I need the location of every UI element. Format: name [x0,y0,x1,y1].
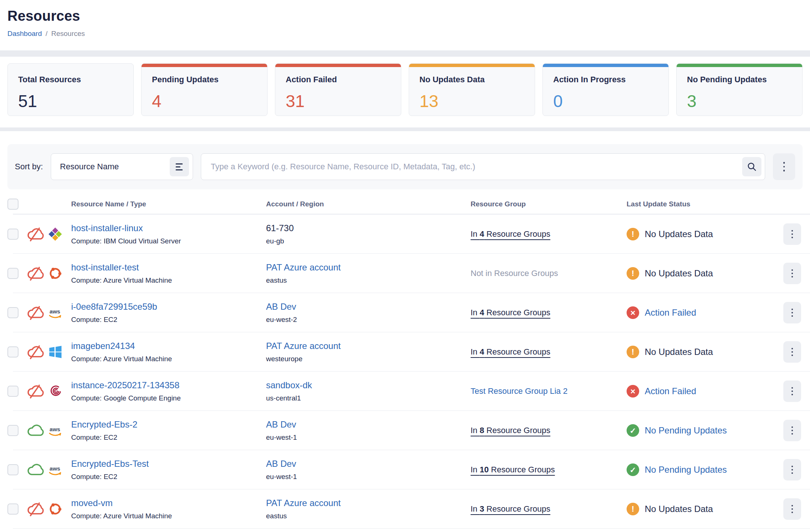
account-link[interactable]: PAT Azure account [266,262,471,273]
account-region-cell: PAT Azure account eastus [266,498,471,520]
resource-name-cell: i-0ee8fa729915ce59b Compute: EC2 [71,302,266,324]
resource-groups-link[interactable]: In 10 Resource Groups [471,465,555,474]
breadcrumb: Dashboard / Resources [7,30,803,38]
select-all-checkbox[interactable] [7,199,19,210]
resource-groups-link[interactable]: In 4 Resource Groups [471,229,550,239]
warning-icon [627,346,639,358]
stat-card-label: Total Resources [18,75,133,84]
table-row: aws Encrypted-Ebs-2 Comput [7,411,803,450]
table-row: aws host-installer-test Co [7,254,803,293]
account-region-cell: AB Dev eu-west-1 [266,459,471,481]
row-checkbox[interactable] [7,268,19,279]
row-kebab-menu-icon[interactable] [783,380,801,402]
search-field-wrap [201,153,765,180]
status-label[interactable]: Action Failed [645,386,696,396]
stat-card-value: 3 [687,91,802,111]
row-checkbox[interactable] [7,229,19,240]
row-checkbox[interactable] [7,307,19,318]
row-checkbox[interactable] [7,346,19,358]
row-kebab-menu-icon[interactable] [783,498,801,520]
status-label[interactable]: No Pending Updates [645,425,727,436]
status-label[interactable]: No Pending Updates [645,465,727,475]
cloud-connected-icon [25,462,47,478]
row-kebab-menu-icon[interactable] [783,420,801,441]
table-row: aws i-0ee8fa729915ce59b Co [7,293,803,332]
sort-select[interactable]: Resource Name [51,153,193,180]
table-row: aws Encrypted-Ebs-Test Com [7,450,803,489]
resource-group-cell: Test Resource Group Lia 2 [471,386,627,396]
stat-card[interactable]: Action Failed 31 [275,63,401,116]
row-kebab-menu-icon[interactable] [783,263,801,284]
row-kebab-menu-icon[interactable] [783,341,801,363]
row-kebab-menu-icon[interactable] [783,459,801,481]
account-link[interactable]: PAT Azure account [266,341,471,351]
resource-group-text[interactable]: Test Resource Group Lia 2 [471,386,568,396]
stat-card[interactable]: No Pending Updates 3 [676,63,803,116]
resource-name-cell: instance-20250217-134358 Compute: Google… [71,380,266,402]
resource-name-link[interactable]: Encrypted-Ebs-Test [71,459,266,469]
stat-card[interactable]: Action In Progress 0 [542,63,669,116]
last-update-status-cell: No Pending Updates [627,424,771,437]
row-checkbox[interactable] [7,503,19,515]
sort-lines-icon[interactable] [170,157,189,176]
resource-groups-link[interactable]: In 8 Resource Groups [471,426,550,435]
account-region-cell: 61-730 eu-gb [266,223,471,245]
resource-name-link[interactable]: i-0ee8fa729915ce59b [71,302,266,312]
stat-card[interactable]: Pending Updates 4 [141,63,268,116]
row-kebab-menu-icon[interactable] [783,302,801,323]
row-actions-cell [771,223,803,245]
resource-type: Compute: Azure Virtual Machine [71,276,266,285]
breadcrumb-dashboard-link[interactable]: Dashboard [7,30,42,38]
search-input[interactable] [201,153,765,180]
resource-group-text: Not in Resource Groups [471,269,558,278]
cloud-disconnected-icon [25,501,47,517]
stat-card-label: Pending Updates [152,75,267,84]
toolbar-kebab-menu-icon[interactable] [773,153,795,180]
resource-name-cell: moved-vm Compute: Azure Virtual Machine [71,498,266,520]
resource-group-cell: In 10 Resource Groups [471,465,627,475]
table-row: aws imageben24134 Compute: [7,332,803,372]
account-region: westeurope [266,355,471,363]
resources-page: Resources Dashboard / Resources Total Re… [0,0,810,532]
resource-name-link[interactable]: Encrypted-Ebs-2 [71,419,266,430]
status-label[interactable]: Action Failed [645,307,696,318]
resource-name-link[interactable]: host-installer-test [71,262,266,273]
resource-group-cell: In 4 Resource Groups [471,229,627,239]
resource-name-link[interactable]: moved-vm [71,498,266,508]
stat-card-label: Action In Progress [553,75,668,84]
last-update-status-cell: No Updates Data [627,346,771,358]
stat-card[interactable]: No Updates Data 13 [409,63,535,116]
header-divider-band [0,50,810,57]
resource-groups-link[interactable]: In 3 Resource Groups [471,504,550,513]
stat-card-value: 51 [18,91,133,111]
row-kebab-menu-icon[interactable] [783,223,801,245]
last-update-status-cell: No Pending Updates [627,463,771,476]
resource-type: Compute: Azure Virtual Machine [71,355,266,363]
cloud-disconnected-icon [25,305,47,321]
resource-groups-link[interactable]: In 4 Resource Groups [471,347,550,356]
resource-groups-link[interactable]: In 4 Resource Groups [471,308,550,317]
error-icon [627,306,639,319]
status-label: No Updates Data [645,504,713,514]
column-header-name: Resource Name / Type [71,200,266,208]
account-link[interactable]: AB Dev [266,459,471,469]
row-checkbox[interactable] [7,464,19,475]
account-link[interactable]: sandbox-dk [266,380,471,390]
stat-card[interactable]: Total Resources 51 [7,63,134,116]
search-icon[interactable] [742,157,761,176]
resource-group-cell: Not in Resource Groups [471,269,627,278]
cloud-disconnected-icon [25,226,47,242]
resource-name-link[interactable]: instance-20250217-134358 [71,380,266,390]
resource-name-link[interactable]: host-installer-linux [71,223,266,233]
cloud-disconnected-icon [25,265,47,282]
row-actions-cell [771,263,803,284]
account-link[interactable]: AB Dev [266,302,471,312]
resource-group-cell: In 4 Resource Groups [471,347,627,357]
status-label: No Updates Data [645,268,713,279]
account-link[interactable]: PAT Azure account [266,498,471,508]
resource-type: Compute: Google Compute Engine [71,394,266,402]
resource-name-link[interactable]: imageben24134 [71,341,266,351]
row-checkbox[interactable] [7,386,19,397]
row-checkbox[interactable] [7,425,19,436]
account-link[interactable]: AB Dev [266,419,471,430]
